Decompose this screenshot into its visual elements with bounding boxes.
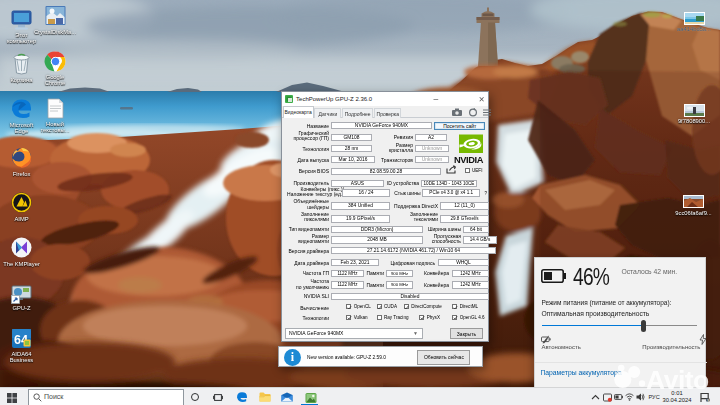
- svg-text:Avito: Avito: [646, 365, 709, 395]
- svg-text:NVIDIA: NVIDIA: [454, 154, 484, 164]
